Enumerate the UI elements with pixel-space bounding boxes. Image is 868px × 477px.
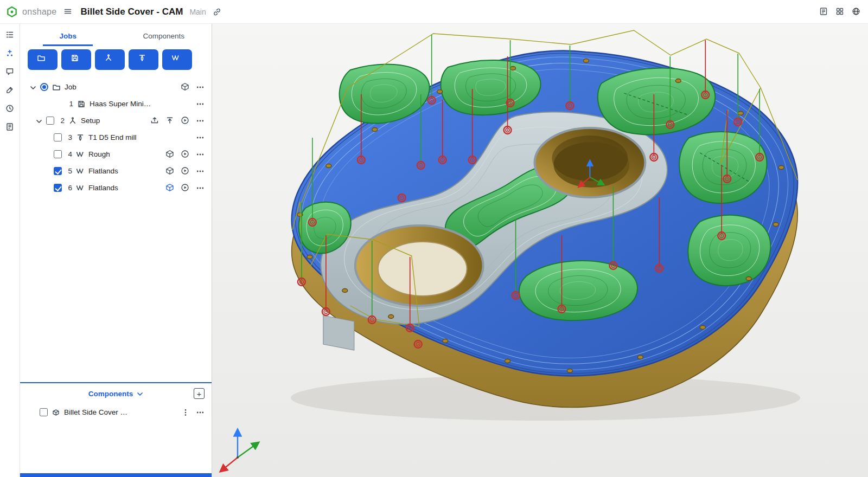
tree-row-setup[interactable]: 2 Setup bbox=[20, 112, 212, 129]
simulate-play-icon[interactable] bbox=[181, 166, 190, 176]
add-component-button[interactable]: + bbox=[194, 388, 205, 399]
viewport-area bbox=[212, 24, 868, 477]
tool-button[interactable] bbox=[129, 49, 158, 70]
setup-origin-icon bbox=[68, 117, 77, 125]
document-title: Billet Side Cover - CAM bbox=[81, 7, 183, 17]
part-icon bbox=[52, 408, 60, 417]
row-index: 1 bbox=[67, 100, 73, 108]
view-cube-icon[interactable] bbox=[165, 166, 175, 176]
more-menu-icon[interactable] bbox=[196, 150, 205, 159]
tool-label: T1 D5 End mill bbox=[88, 133, 137, 141]
rough-checkbox[interactable] bbox=[54, 150, 62, 158]
top-bar: onshape Billet Side Cover - CAM Main bbox=[0, 0, 868, 24]
tree-row-rough[interactable]: 4 Rough bbox=[20, 146, 212, 163]
job-folder-button[interactable] bbox=[28, 49, 58, 70]
link-icon[interactable] bbox=[213, 8, 221, 16]
flatlands2-checkbox[interactable] bbox=[54, 184, 62, 192]
toolpath-button[interactable] bbox=[162, 49, 192, 70]
history-icon[interactable] bbox=[5, 104, 15, 113]
component-label: Billet Side Cover … bbox=[64, 408, 127, 416]
flatlands1-label: Flatlands bbox=[88, 167, 118, 175]
end-mill-icon bbox=[76, 133, 85, 142]
edit-tools-icon[interactable] bbox=[5, 86, 15, 95]
setup-checkbox[interactable] bbox=[46, 117, 54, 125]
apps-grid-icon[interactable] bbox=[835, 7, 845, 17]
probe-button[interactable] bbox=[95, 49, 125, 70]
publish-icon[interactable] bbox=[165, 116, 175, 125]
more-menu-icon[interactable] bbox=[196, 184, 205, 192]
onshape-logo-icon bbox=[5, 5, 18, 18]
components-section: Components + Billet Side Cover … bbox=[20, 382, 212, 473]
comment-icon[interactable] bbox=[5, 67, 15, 76]
row-index: 2 bbox=[58, 117, 65, 125]
row-index: 6 bbox=[66, 184, 72, 192]
notes-panel-icon[interactable] bbox=[819, 7, 829, 17]
post-process-icon[interactable] bbox=[150, 116, 159, 125]
components-header-label: Components bbox=[88, 390, 133, 398]
row-index: 3 bbox=[66, 133, 72, 141]
more-menu-icon[interactable] bbox=[196, 408, 205, 417]
setup-label: Setup bbox=[81, 117, 100, 125]
feature-list-icon[interactable] bbox=[5, 30, 15, 40]
measure-add-icon[interactable] bbox=[5, 49, 15, 58]
components-header-toggle[interactable]: Components bbox=[88, 390, 144, 398]
machine-label: Haas Super Mini… bbox=[90, 100, 151, 108]
toolpath-icon bbox=[76, 167, 85, 176]
view-cube-icon[interactable] bbox=[181, 82, 190, 92]
instance-config-icon[interactable] bbox=[181, 408, 190, 417]
app-name: onshape bbox=[22, 7, 57, 17]
tab-jobs[interactable]: Jobs bbox=[20, 24, 116, 46]
more-menu-icon[interactable] bbox=[196, 83, 205, 92]
cam-panel: Jobs Components Job bbox=[20, 24, 212, 477]
more-menu-icon[interactable] bbox=[196, 133, 205, 142]
simulate-play-icon[interactable] bbox=[181, 183, 190, 192]
report-icon[interactable] bbox=[5, 123, 15, 132]
account-icon[interactable] bbox=[852, 7, 861, 17]
chevron-down-icon[interactable] bbox=[29, 83, 36, 91]
cam-toolbar bbox=[20, 46, 212, 75]
world-origin-triad bbox=[220, 429, 259, 472]
tree-row-tool[interactable]: 3 T1 D5 End mill bbox=[20, 129, 212, 146]
tree-row-flatlands-1[interactable]: 5 Flatlands bbox=[20, 163, 212, 179]
panel-scrollbar[interactable] bbox=[20, 473, 212, 477]
simulate-play-icon[interactable] bbox=[181, 150, 190, 159]
rough-label: Rough bbox=[88, 150, 110, 158]
view-cube-icon[interactable] bbox=[165, 150, 175, 159]
tree-row-flatlands-2[interactable]: 6 Flatlands bbox=[20, 179, 212, 196]
more-menu-icon[interactable] bbox=[196, 117, 205, 125]
chevron-down-icon[interactable] bbox=[35, 117, 42, 125]
component-checkbox[interactable] bbox=[40, 408, 48, 416]
workspace-label: Main bbox=[189, 8, 206, 16]
post-save-button[interactable] bbox=[61, 49, 91, 70]
job-radio[interactable] bbox=[40, 83, 48, 91]
more-menu-icon[interactable] bbox=[196, 100, 205, 108]
menu-icon[interactable] bbox=[63, 7, 73, 17]
tree-row-machine[interactable]: 1 Haas Super Mini… bbox=[20, 95, 212, 112]
machine-icon bbox=[77, 100, 86, 108]
onshape-cam-window: onshape Billet Side Cover - CAM Main Job… bbox=[0, 0, 868, 477]
left-icon-rail bbox=[0, 24, 20, 477]
cam-3d-viewport[interactable] bbox=[212, 24, 868, 477]
flatlands1-checkbox[interactable] bbox=[54, 167, 62, 175]
folder-icon bbox=[52, 83, 61, 92]
job-label: Job bbox=[65, 83, 76, 91]
toolpath-icon bbox=[76, 150, 85, 159]
components-header-row: Components + bbox=[20, 383, 212, 404]
panel-tabs: Jobs Components bbox=[20, 24, 212, 46]
tool-checkbox[interactable] bbox=[54, 133, 62, 141]
toolpath-icon bbox=[76, 184, 85, 192]
tab-components[interactable]: Components bbox=[116, 24, 212, 46]
onshape-logo[interactable]: onshape bbox=[5, 5, 57, 18]
row-index: 4 bbox=[66, 150, 72, 158]
component-row[interactable]: Billet Side Cover … bbox=[20, 404, 212, 421]
view-cube-icon-active[interactable] bbox=[165, 183, 175, 192]
tree-row-job[interactable]: Job bbox=[20, 79, 212, 95]
simulate-play-icon[interactable] bbox=[181, 116, 190, 125]
jobs-tree: Job 1 Haas Super Mini… bbox=[20, 75, 212, 382]
flatlands2-label: Flatlands bbox=[88, 184, 118, 192]
bore-left bbox=[355, 225, 483, 306]
row-index: 5 bbox=[66, 167, 72, 175]
more-menu-icon[interactable] bbox=[196, 167, 205, 176]
